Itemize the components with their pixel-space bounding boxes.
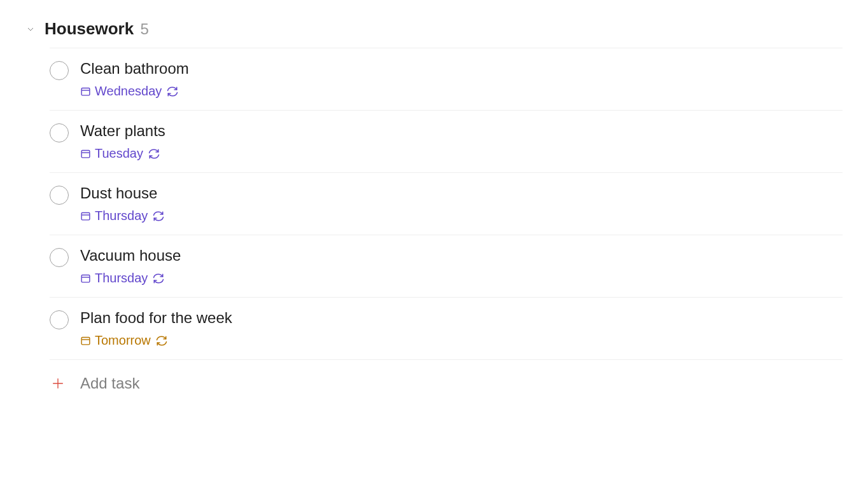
task-content: Clean bathroom Wednesday	[80, 60, 843, 99]
task-checkbox[interactable]	[50, 310, 69, 329]
task-checkbox[interactable]	[50, 248, 69, 267]
repeat-icon	[153, 210, 164, 222]
task-title: Water plants	[80, 122, 843, 140]
calendar-icon	[80, 148, 91, 159]
task-date[interactable]: Tuesday	[80, 146, 843, 161]
task-date[interactable]: Thursday	[80, 271, 843, 286]
task-checkbox[interactable]	[50, 61, 69, 80]
svg-rect-8	[81, 338, 90, 345]
calendar-icon	[80, 86, 91, 97]
task-date-label: Thursday	[95, 209, 148, 223]
task-date-label: Tomorrow	[95, 333, 151, 348]
task-date-label: Thursday	[95, 271, 148, 286]
task-checkbox[interactable]	[50, 123, 69, 142]
task-date-label: Wednesday	[95, 84, 162, 99]
task-title: Plan food for the week	[80, 309, 843, 327]
plus-icon	[50, 375, 66, 392]
calendar-icon	[80, 335, 91, 346]
repeat-icon	[167, 86, 178, 97]
task-content: Vacuum house Thursday	[80, 247, 843, 286]
task-content: Plan food for the week Tomorrow	[80, 309, 843, 348]
task-title: Clean bathroom	[80, 60, 843, 78]
task-date[interactable]: Wednesday	[80, 84, 843, 99]
add-task-label: Add task	[80, 375, 139, 392]
task-date[interactable]: Tomorrow	[80, 333, 843, 348]
repeat-icon	[156, 335, 167, 347]
calendar-icon	[80, 273, 91, 284]
section-title-wrapper[interactable]: Housework 5	[45, 19, 149, 39]
svg-rect-2	[81, 151, 90, 158]
repeat-icon	[153, 273, 164, 284]
calendar-icon	[80, 210, 91, 221]
section-count: 5	[141, 20, 149, 38]
section-header: Housework 5	[24, 19, 843, 39]
task-date-label: Tuesday	[95, 146, 143, 161]
task-item[interactable]: Clean bathroom Wednesday	[50, 48, 843, 111]
svg-rect-6	[81, 275, 90, 282]
task-item[interactable]: Plan food for the week Tomorrow	[50, 298, 843, 360]
task-content: Water plants Tuesday	[80, 122, 843, 161]
task-title: Dust house	[80, 184, 843, 202]
task-date[interactable]: Thursday	[80, 209, 843, 223]
svg-rect-0	[81, 88, 90, 95]
task-checkbox[interactable]	[50, 186, 69, 205]
svg-rect-4	[81, 213, 90, 220]
section-title: Housework	[45, 19, 134, 38]
task-item[interactable]: Dust house Thursday	[50, 173, 843, 235]
task-item[interactable]: Vacuum house Thursday	[50, 235, 843, 298]
task-item[interactable]: Water plants Tuesday	[50, 111, 843, 173]
chevron-down-icon[interactable]	[24, 23, 37, 36]
add-task-button[interactable]: Add task	[50, 360, 843, 407]
task-content: Dust house Thursday	[80, 184, 843, 223]
task-title: Vacuum house	[80, 247, 843, 265]
task-list: Clean bathroom Wednesday Water plants Tu…	[50, 48, 843, 360]
repeat-icon	[148, 148, 160, 160]
